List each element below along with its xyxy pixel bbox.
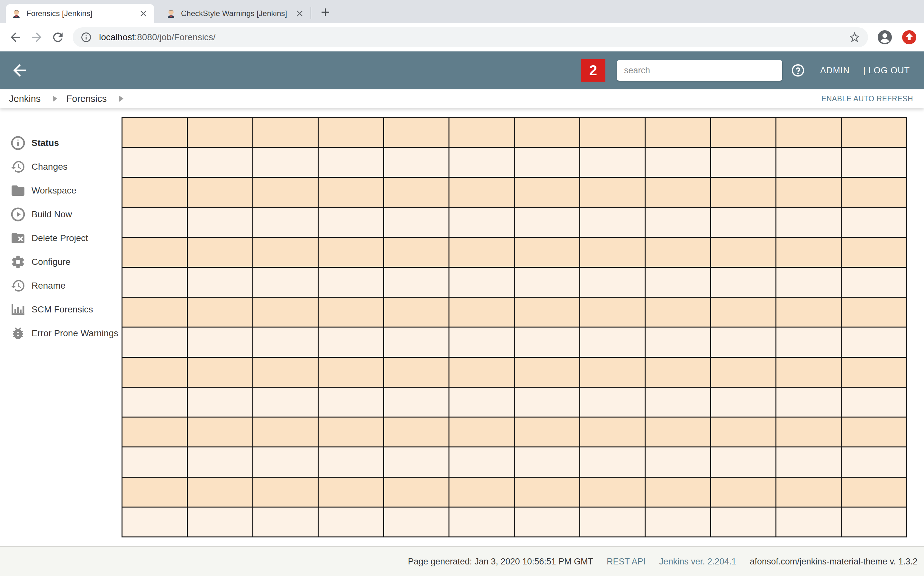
grid-cell (188, 328, 252, 357)
page-info-icon[interactable] (80, 32, 92, 43)
sidebar-item-rename[interactable]: Rename (0, 274, 122, 298)
new-tab-button[interactable] (319, 6, 332, 19)
sidebar-item-build-now[interactable]: Build Now (0, 203, 122, 226)
bookmark-star-icon[interactable] (848, 31, 861, 44)
grid-cell (842, 208, 906, 237)
browser-tab[interactable]: Forensics [Jenkins] (6, 4, 154, 23)
grid-cell (122, 208, 187, 237)
alert-count-badge[interactable]: 2 (581, 59, 605, 82)
admin-menu[interactable]: ADMIN (820, 66, 850, 75)
enable-auto-refresh-link[interactable]: ENABLE AUTO REFRESH (822, 94, 913, 103)
grid-cell (777, 178, 841, 207)
grid-cell (842, 447, 906, 476)
sidebar-item-changes[interactable]: Changes (0, 155, 122, 179)
grid-cell (842, 418, 906, 446)
grid-cell (711, 418, 775, 446)
jenkins-favicon (11, 9, 21, 18)
grid-cell (580, 208, 645, 237)
grid-cell (253, 328, 318, 357)
grid-cell (711, 208, 775, 237)
url-bar[interactable]: localhost:8080/job/Forensics/ (73, 27, 868, 47)
grid-cell (122, 178, 187, 207)
sidebar-item-scm-forensics[interactable]: SCM Forensics (0, 298, 122, 322)
sidebar-item-label: Build Now (32, 209, 72, 219)
grid-cell (645, 418, 710, 446)
grid-cell (319, 148, 383, 177)
grid-cell (711, 388, 775, 417)
grid-cell (515, 178, 579, 207)
grid-cell (777, 507, 841, 536)
grid-cell (253, 178, 318, 207)
tab-title: CheckStyle Warnings [Jenkins] (181, 9, 287, 18)
grid-cell (384, 388, 448, 417)
grid-cell (580, 118, 645, 147)
browser-back-icon[interactable] (8, 30, 22, 44)
grid-cell (122, 268, 187, 297)
grid-cell (580, 358, 645, 387)
url-host: localhost (99, 32, 135, 42)
grid-cell (842, 298, 906, 326)
grid-cell (580, 238, 645, 267)
grid-cell (188, 418, 252, 446)
sidebar-item-error-prone-warnings[interactable]: Error Prone Warnings (0, 322, 122, 345)
grid-cell (319, 507, 383, 536)
sidebar: StatusChangesWorkspaceBuild NowDelete Pr… (0, 131, 122, 345)
breadcrumb-chevron-icon[interactable] (53, 96, 57, 102)
jenkins-version-link[interactable]: Jenkins ver. 2.204.1 (659, 557, 736, 567)
browser-profile-avatar[interactable] (877, 30, 892, 45)
grid-cell (515, 208, 579, 237)
browser-reload-icon[interactable] (51, 30, 65, 44)
sidebar-item-label: Error Prone Warnings (32, 328, 119, 338)
sidebar-item-configure[interactable]: Configure (0, 250, 122, 274)
sidebar-item-workspace[interactable]: Workspace (0, 179, 122, 203)
browser-tab[interactable]: CheckStyle Warnings [Jenkins] (160, 4, 311, 23)
grid-cell (188, 208, 252, 237)
grid-cell (384, 148, 448, 177)
tab-close-icon[interactable] (295, 8, 305, 19)
breadcrumb-chevron-icon[interactable] (119, 96, 123, 102)
grid-cell (842, 507, 906, 536)
grid-cell (645, 388, 710, 417)
grid-cell (253, 507, 318, 536)
search-input[interactable] (617, 60, 782, 81)
grid-cell (450, 148, 514, 177)
browser-forward-icon[interactable] (30, 30, 44, 44)
grid-cell (450, 178, 514, 207)
grid-cell (319, 238, 383, 267)
sidebar-item-delete-project[interactable]: Delete Project (0, 226, 122, 250)
grid-cell (253, 118, 318, 147)
breadcrumb-item-jenkins[interactable]: Jenkins (9, 94, 40, 104)
grid-cell (188, 268, 252, 297)
sidebar-item-status[interactable]: Status (0, 131, 122, 155)
tab-close-icon[interactable] (138, 8, 149, 19)
grid-cell (711, 447, 775, 476)
rest-api-link[interactable]: REST API (607, 557, 645, 567)
url-path: :8080/job/Forensics/ (135, 32, 216, 42)
logout-link[interactable]: | LOG OUT (863, 66, 910, 75)
grid-cell (450, 447, 514, 476)
grid-cell (580, 507, 645, 536)
grid-cell (645, 328, 710, 357)
grid-cell (450, 208, 514, 237)
sidebar-item-label: Workspace (32, 186, 77, 196)
main-content: StatusChangesWorkspaceBuild NowDelete Pr… (0, 108, 924, 546)
grid-cell (384, 418, 448, 446)
grid-cell (319, 447, 383, 476)
grid-cell (645, 148, 710, 177)
browser-update-icon[interactable] (902, 30, 917, 45)
grid-cell (384, 208, 448, 237)
header-back-arrow-icon[interactable] (10, 61, 29, 80)
grid-cell (253, 268, 318, 297)
grid-cell (319, 268, 383, 297)
grid-cell (450, 478, 514, 507)
grid-cell (384, 328, 448, 357)
grid-cell (253, 238, 318, 267)
breadcrumb-item-forensics[interactable]: Forensics (66, 94, 107, 104)
grid-cell (777, 118, 841, 147)
page-generated-text: Page generated: Jan 3, 2020 10:56:51 PM … (408, 557, 593, 567)
grid-cell (122, 118, 187, 147)
grid-cell (450, 418, 514, 446)
search-help-icon[interactable] (791, 63, 805, 78)
footer: Page generated: Jan 3, 2020 10:56:51 PM … (0, 546, 924, 576)
grid-cell (253, 447, 318, 476)
